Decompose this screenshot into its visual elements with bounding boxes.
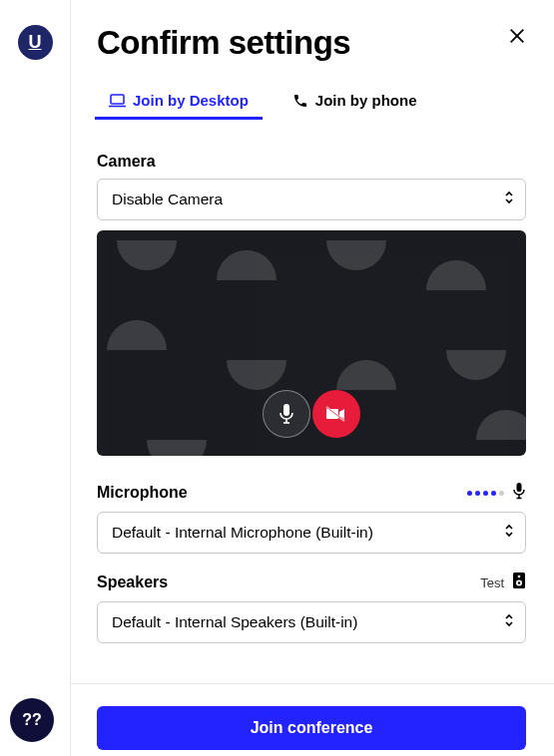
camera-off-icon (325, 405, 347, 423)
speakers-select[interactable]: Default - Internal Speakers (Built-in) (97, 601, 526, 643)
tab-join-phone[interactable]: Join by phone (278, 84, 431, 120)
mic-icon (277, 403, 295, 425)
toggle-mic-button[interactable] (263, 390, 310, 438)
tab-label: Join by Desktop (133, 92, 249, 109)
microphone-select[interactable]: Default - Internal Microphone (Built-in) (97, 512, 526, 554)
svg-point-13 (518, 575, 521, 578)
svg-point-15 (518, 581, 520, 583)
logo-badge: U (18, 25, 53, 60)
close-button[interactable] (503, 22, 531, 53)
join-conference-button[interactable]: Join conference (97, 706, 526, 750)
svg-rect-2 (111, 95, 124, 104)
tab-label: Join by phone (315, 92, 417, 109)
help-button[interactable]: ?? (10, 698, 54, 742)
tab-join-desktop[interactable]: Join by Desktop (95, 84, 263, 120)
mic-icon (512, 482, 526, 504)
settings-panel: Confirm settings Join by Desktop (70, 0, 554, 756)
page-title: Confirm settings (97, 24, 350, 62)
camera-select[interactable]: Disable Camera (97, 179, 526, 220)
svg-rect-9 (517, 483, 522, 492)
tabs: Join by Desktop Join by phone (97, 84, 526, 121)
camera-preview (97, 230, 526, 456)
phone-icon (292, 93, 308, 109)
svg-rect-4 (283, 404, 289, 416)
mic-level-indicator (467, 491, 504, 496)
speaker-icon (512, 571, 526, 593)
close-icon (508, 27, 526, 45)
left-rail: U (0, 0, 70, 756)
test-speakers-link[interactable]: Test (480, 575, 504, 590)
microphone-label: Microphone (97, 484, 188, 502)
camera-label: Camera (97, 153, 526, 171)
toggle-camera-button[interactable] (312, 390, 360, 438)
laptop-icon (109, 94, 126, 108)
speakers-label: Speakers (97, 573, 168, 591)
